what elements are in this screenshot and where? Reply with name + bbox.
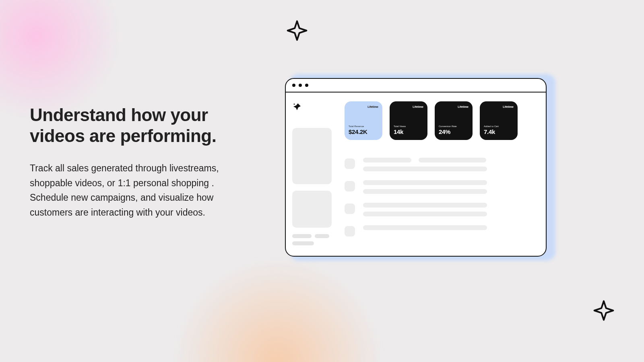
stat-period: Lifetime <box>394 105 423 108</box>
stats-row: Lifetime Total Revenue $24.2K Lifetime T… <box>345 101 538 140</box>
sparkle-icon <box>286 19 308 42</box>
stat-label: Added to Cart <box>484 125 514 128</box>
sidebar-placeholder <box>292 128 332 184</box>
stat-period: Lifetime <box>484 105 514 108</box>
pin-icon <box>292 102 302 112</box>
list-thumbnail <box>345 181 355 191</box>
placeholder-bar <box>363 225 487 230</box>
stat-label: Total Views <box>394 125 423 128</box>
stat-card-cart[interactable]: Lifetime Added to Cart 7.4k <box>480 101 518 140</box>
dashboard-main: Lifetime Total Revenue $24.2K Lifetime T… <box>338 93 546 256</box>
placeholder-bar <box>363 189 487 194</box>
list-item <box>345 203 538 216</box>
placeholder-bar <box>419 158 486 162</box>
stat-label: Total Revenue <box>349 125 378 128</box>
stat-period: Lifetime <box>349 105 378 108</box>
stat-card-conversion[interactable]: Lifetime Conversion Rate 24% <box>435 101 473 140</box>
window-titlebar <box>286 79 546 93</box>
placeholder-bar <box>363 212 487 216</box>
sidebar-placeholder <box>292 191 332 228</box>
sidebar <box>286 93 338 256</box>
stat-label: Conversion Rate <box>439 125 469 128</box>
list-thumbnail <box>345 226 355 237</box>
traffic-light-dot[interactable] <box>299 84 302 87</box>
placeholder-bar <box>363 180 487 185</box>
sparkle-icon <box>592 299 615 322</box>
placeholder-bar <box>363 158 411 162</box>
content-list <box>345 158 538 237</box>
list-thumbnail <box>345 158 355 169</box>
sidebar-placeholder <box>292 241 314 245</box>
stat-card-views[interactable]: Lifetime Total Views 14k <box>390 101 427 140</box>
window-body: Lifetime Total Revenue $24.2K Lifetime T… <box>286 93 546 256</box>
hero-body: Track all sales generated through livest… <box>30 161 255 220</box>
stat-value: 14k <box>394 128 423 135</box>
traffic-light-dot[interactable] <box>292 84 295 87</box>
list-thumbnail <box>345 204 355 214</box>
stat-value: 7.4k <box>484 128 514 135</box>
stat-value: $24.2K <box>349 128 378 135</box>
hero-heading: Understand how your videos are performin… <box>30 105 255 146</box>
dashboard-window: Lifetime Total Revenue $24.2K Lifetime T… <box>285 78 547 257</box>
gradient-blob <box>173 257 382 362</box>
traffic-light-dot[interactable] <box>305 84 308 87</box>
stat-card-revenue[interactable]: Lifetime Total Revenue $24.2K <box>345 101 382 140</box>
sidebar-placeholder <box>292 234 333 238</box>
placeholder-bar <box>363 203 487 208</box>
svg-point-0 <box>294 104 295 105</box>
list-item <box>345 158 538 171</box>
stat-period: Lifetime <box>439 105 469 108</box>
stat-value: 24% <box>439 128 469 135</box>
gradient-blob <box>0 0 121 121</box>
hero-copy: Understand how your videos are performin… <box>30 105 255 220</box>
marketing-slide: Understand how your videos are performin… <box>0 0 644 362</box>
list-item <box>345 180 538 194</box>
list-item <box>345 225 538 237</box>
placeholder-bar <box>363 167 487 171</box>
